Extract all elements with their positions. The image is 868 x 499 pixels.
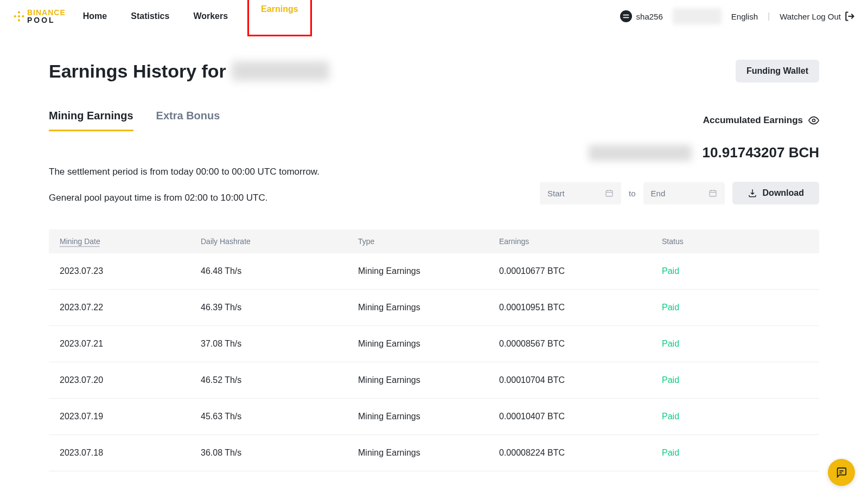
- cell-hashrate: 46.39 Th/s: [201, 303, 358, 312]
- info-text: The settlement period is from today 00:0…: [49, 167, 320, 219]
- cell-hashrate: 45.63 Th/s: [201, 412, 358, 421]
- start-date-input[interactable]: Start: [540, 182, 621, 204]
- download-icon: [748, 188, 757, 198]
- svg-rect-3: [22, 15, 24, 17]
- nav-earnings[interactable]: Earnings: [257, 0, 302, 22]
- th-mining-date[interactable]: Mining Date: [60, 237, 201, 246]
- calendar-icon: [605, 189, 614, 197]
- title-prefix: Earnings History for: [49, 61, 226, 82]
- chat-icon: [835, 466, 847, 471]
- logout-button[interactable]: Watcher Log Out: [780, 11, 855, 22]
- balance-btc-redacted: [589, 145, 692, 161]
- logo[interactable]: BINANCE POOL: [13, 9, 66, 24]
- logout-icon: [844, 11, 855, 22]
- cell-hashrate: 46.52 Th/s: [201, 375, 358, 385]
- user-account-redacted[interactable]: [673, 8, 722, 24]
- cell-type: Mining Earnings: [358, 266, 499, 276]
- to-label: to: [629, 189, 636, 198]
- funding-wallet-button[interactable]: Funding Wallet: [736, 60, 819, 82]
- language-selector[interactable]: English: [731, 12, 758, 21]
- cell-earnings: 0.00010951 BTC: [499, 303, 662, 312]
- tab-mining-earnings[interactable]: Mining Earnings: [49, 110, 133, 131]
- logout-label: Watcher Log Out: [780, 12, 841, 21]
- nav-workers[interactable]: Workers: [189, 4, 232, 29]
- cell-date: 2023.07.23: [60, 266, 201, 276]
- balances-row: 10.91743207 BCH: [49, 144, 819, 161]
- cell-type: Mining Earnings: [358, 448, 499, 458]
- earnings-highlight: Earnings: [247, 0, 311, 36]
- cell-earnings: 0.00010407 BTC: [499, 412, 662, 421]
- table-row: 2023.07.2137.08 Th/sMining Earnings0.000…: [49, 326, 819, 362]
- divider: |: [768, 11, 770, 21]
- th-status: Status: [662, 237, 743, 246]
- header-right: sha256 English | Watcher Log Out: [620, 8, 855, 24]
- cell-type: Mining Earnings: [358, 375, 499, 385]
- cell-status: Paid: [662, 375, 743, 385]
- end-date-input[interactable]: End: [643, 182, 725, 204]
- nav-home[interactable]: Home: [79, 4, 111, 29]
- binance-logo-icon: [13, 10, 25, 22]
- download-button[interactable]: Download: [732, 182, 819, 204]
- cell-date: 2023.07.22: [60, 303, 201, 312]
- cell-date: 2023.07.19: [60, 412, 201, 421]
- nav-statistics[interactable]: Statistics: [126, 4, 174, 29]
- algo-label: sha256: [636, 12, 663, 21]
- cell-status: Paid: [662, 266, 743, 276]
- calendar-icon: [709, 189, 717, 197]
- earnings-table: Mining Date Daily Hashrate Type Earnings…: [49, 229, 819, 471]
- cell-earnings: 0.00010704 BTC: [499, 375, 662, 385]
- th-type: Type: [358, 237, 499, 246]
- balance-bch: 10.91743207 BCH: [703, 144, 819, 161]
- th-daily-hashrate: Daily Hashrate: [201, 237, 358, 246]
- cell-date: 2023.07.21: [60, 339, 201, 349]
- download-label: Download: [763, 188, 804, 198]
- cell-earnings: 0.00010677 BTC: [499, 266, 662, 276]
- start-placeholder: Start: [547, 189, 565, 198]
- table-row: 2023.07.2046.52 Th/sMining Earnings0.000…: [49, 362, 819, 399]
- cell-status: Paid: [662, 303, 743, 312]
- cell-type: Mining Earnings: [358, 339, 499, 349]
- cell-hashrate: 46.48 Th/s: [201, 266, 358, 276]
- username-redacted: [232, 61, 329, 81]
- title-row: Earnings History for Funding Wallet: [49, 60, 819, 82]
- accumulated-earnings: Accumulated Earnings: [703, 115, 819, 126]
- cell-type: Mining Earnings: [358, 303, 499, 312]
- cell-earnings: 0.00008567 BTC: [499, 339, 662, 349]
- cell-hashrate: 36.08 Th/s: [201, 448, 358, 458]
- date-download-controls: Start to End Download: [540, 182, 819, 204]
- logo-text-top: BINANCE: [27, 9, 66, 16]
- cell-status: Paid: [662, 448, 743, 458]
- cell-earnings: 0.00008224 BTC: [499, 448, 662, 458]
- svg-rect-2: [14, 15, 16, 17]
- info-controls-row: The settlement period is from today 00:0…: [49, 167, 819, 219]
- main-nav: Home Statistics Workers Earnings: [79, 0, 312, 36]
- cell-status: Paid: [662, 412, 743, 421]
- earnings-tabs: Mining Earnings Extra Bonus: [49, 110, 220, 131]
- logo-text-bot: POOL: [27, 16, 66, 24]
- svg-rect-6: [606, 190, 612, 196]
- table-row: 2023.07.2346.48 Th/sMining Earnings0.000…: [49, 253, 819, 290]
- algo-selector[interactable]: sha256: [620, 10, 663, 22]
- table-header: Mining Date Daily Hashrate Type Earnings…: [49, 229, 819, 253]
- svg-point-5: [813, 119, 815, 122]
- table-row: 2023.07.1836.08 Th/sMining Earnings0.000…: [49, 435, 819, 471]
- eye-icon[interactable]: [808, 115, 819, 126]
- tab-extra-bonus[interactable]: Extra Bonus: [156, 110, 220, 131]
- th-earnings: Earnings: [499, 237, 662, 246]
- algo-icon: [620, 10, 632, 22]
- cell-status: Paid: [662, 339, 743, 349]
- settlement-info: The settlement period is from today 00:0…: [49, 167, 320, 177]
- table-row: 2023.07.2246.39 Th/sMining Earnings0.000…: [49, 290, 819, 326]
- top-header: BINANCE POOL Home Statistics Workers Ear…: [0, 0, 868, 33]
- cell-type: Mining Earnings: [358, 412, 499, 421]
- table-body: 2023.07.2346.48 Th/sMining Earnings0.000…: [49, 253, 819, 471]
- tabs-row: Mining Earnings Extra Bonus Accumulated …: [49, 110, 819, 131]
- payout-info: General pool payout time is from 02:00 t…: [49, 193, 320, 203]
- svg-rect-7: [710, 190, 716, 196]
- svg-rect-4: [17, 15, 20, 17]
- end-placeholder: End: [651, 189, 666, 198]
- svg-rect-0: [17, 11, 20, 14]
- cell-date: 2023.07.20: [60, 375, 201, 385]
- accumulated-label: Accumulated Earnings: [703, 115, 803, 126]
- cell-date: 2023.07.18: [60, 448, 201, 458]
